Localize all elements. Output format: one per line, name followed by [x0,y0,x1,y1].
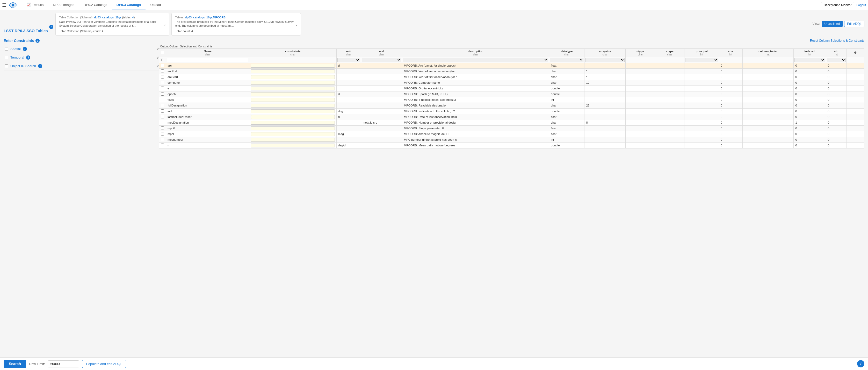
row-constraints-input[interactable] [251,98,335,102]
filter-unit-select[interactable] [337,58,360,62]
row-description: MPCORB: Readable designation [402,103,549,108]
row-constraints-input[interactable] [251,75,335,79]
table-row: fullDesignation MPCORB: Readable designa… [159,103,864,108]
objectid-expand-icon[interactable]: ∨ [156,64,159,68]
row-arraysize [584,86,626,91]
row-constraints-input[interactable] [251,104,335,108]
filter-select-cell: ⊤ [159,57,166,63]
tab-dp03-catalogs[interactable]: DP0.3 Catalogs [112,0,146,10]
row-unit [336,74,361,80]
row-description: MPC number (if the asteroid has been n [402,137,549,143]
hamburger-menu-icon[interactable]: ☰ [2,2,6,8]
row-checkbox[interactable] [161,104,164,107]
row-utype [626,80,655,86]
table-row: e MPCORB: Orbital eccentricity double 0 … [159,86,864,91]
row-constraints [249,68,336,74]
tab-dp02-images[interactable]: DP0.2 Images [48,0,79,10]
filter-arraysize-select[interactable] [585,58,625,62]
row-checkbox[interactable] [161,75,164,79]
row-constraints-input[interactable] [251,109,335,113]
row-principal [684,143,719,148]
filter-principal-select[interactable] [685,58,718,62]
row-constraints-input[interactable] [251,126,335,130]
view-ui-button[interactable]: UI assisted [822,21,843,27]
logout-link[interactable]: Logout [856,3,866,7]
row-column-index [742,103,794,108]
temporal-help-icon[interactable]: i [26,55,30,60]
filter-name-input[interactable] [167,58,248,62]
filter-indexed-select[interactable] [795,58,825,62]
row-checkbox[interactable] [161,144,164,147]
temporal-label[interactable]: Temporal [10,55,24,59]
row-constraints-input[interactable] [251,121,335,125]
objectid-help-icon[interactable]: i [38,64,42,68]
row-constraints-input[interactable] [251,81,335,85]
row-checkbox[interactable] [161,115,164,118]
sidebar-title: LSST DP0.3 SSO Tables [4,29,48,33]
row-constraints-input[interactable] [251,92,335,96]
row-name: incl [166,108,249,114]
row-constraints-input[interactable] [251,87,335,90]
row-xtype [655,114,684,120]
row-checkbox-cell [159,74,166,80]
collection-name: dp03_catalogs_10yr [94,16,121,19]
tables-expand-icon[interactable]: ⌄ [295,22,298,27]
sidebar-help-icon[interactable]: i [49,25,53,29]
row-checkbox[interactable] [161,138,164,141]
row-constraints-input[interactable] [251,64,335,68]
collection-expand-icon[interactable]: ⌄ [163,22,166,27]
temporal-constraint-row: Temporal i ∨ [4,53,159,62]
row-checkbox[interactable] [161,64,164,67]
filter-ucd-select[interactable] [362,58,401,62]
filter-datatype-select[interactable] [550,58,583,62]
row-column-index [742,137,794,143]
row-constraints-input[interactable] [251,115,335,119]
row-checkbox[interactable] [161,92,164,95]
row-constraints-input[interactable] [251,132,335,136]
tab-results[interactable]: 📈 Results [22,0,48,10]
row-checkbox[interactable] [161,126,164,130]
constraints-title: Enter Constraints [4,38,34,43]
reset-constraints-link[interactable]: Reset Column Selections & Constraints [810,39,864,42]
temporal-expand-icon[interactable]: ∨ [156,55,159,60]
objectid-checkbox[interactable] [5,64,8,68]
row-constraints-input[interactable] [251,138,335,142]
output-table: Name char constraints char unit char [159,49,864,148]
row-column-index [742,91,794,97]
row-checkbox[interactable] [161,109,164,113]
objectid-label[interactable]: Object ID Search [10,64,36,68]
row-unit: deg/d [336,143,361,148]
select-all-checkbox[interactable] [161,51,164,54]
filter-description-select[interactable] [403,58,548,62]
spatial-label[interactable]: Spatial [10,47,21,51]
tables-description: The orbit catalog produced by the Minor … [175,20,297,28]
row-checkbox[interactable] [161,132,164,136]
constraints-help-icon[interactable]: i [35,38,40,43]
row-constraints-input[interactable] [251,144,335,147]
spatial-expand-icon[interactable]: ∨ [156,47,159,51]
header-indexed: indexed int [794,49,826,57]
table-row: incl deg MPCORB: Inclination to the ecli… [159,108,864,114]
filter-std-select[interactable] [827,58,845,62]
spatial-help-icon[interactable]: i [23,47,27,51]
tab-upload[interactable]: Upload [146,0,165,10]
row-description: MPCORB: Date of last observation inclu [402,114,549,120]
temporal-checkbox[interactable] [5,56,8,59]
tab-dp02-catalogs[interactable]: DP0.2 Catalogs [79,0,112,10]
view-adql-button[interactable]: Edit ADQL [844,21,864,27]
spatial-checkbox[interactable] [5,47,8,51]
row-checkbox[interactable] [161,98,164,101]
header-settings-icon[interactable]: ⚙ [846,49,864,57]
row-principal [684,108,719,114]
row-utype [626,91,655,97]
row-checkbox[interactable] [161,69,164,73]
row-arraysize [584,125,626,131]
row-checkbox[interactable] [161,81,164,84]
row-checkbox[interactable] [161,87,164,90]
table-row: mpcnumber MPC number (if the asteroid ha… [159,137,864,143]
row-ucd [361,91,402,97]
row-constraints-input[interactable] [251,69,335,73]
row-indexed: 0 [794,74,826,80]
row-checkbox[interactable] [161,121,164,124]
background-monitor-button[interactable]: Background Monitor [821,2,854,8]
